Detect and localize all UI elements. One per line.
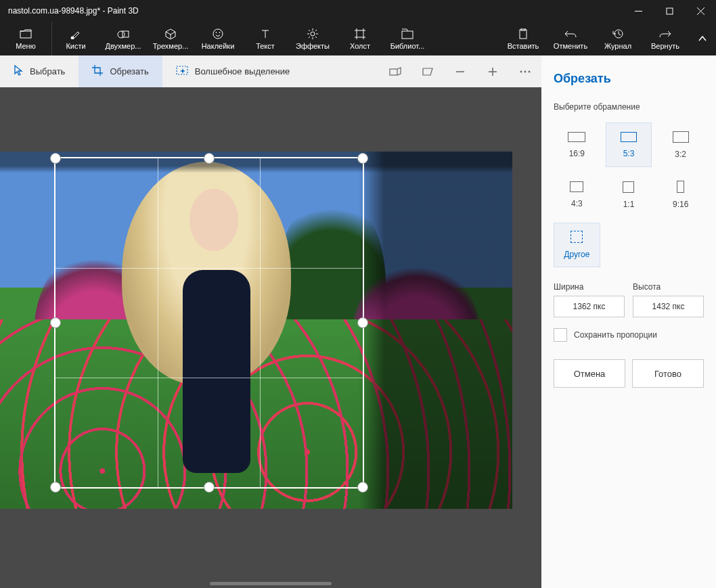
crop-handle-sw[interactable] (50, 482, 61, 493)
preset-16-9[interactable]: 16:9 (554, 122, 600, 167)
text-icon (261, 28, 270, 40)
ribbon-text[interactable]: Текст (242, 22, 289, 55)
svg-point-42 (520, 70, 522, 72)
minimize-button[interactable] (623, 0, 654, 22)
ribbon-history[interactable]: Журнал (594, 22, 642, 55)
maximize-button[interactable] (654, 0, 685, 22)
redo-icon (659, 28, 671, 40)
canvas-area: Выбрать Обрезать Волшебное выделение (0, 55, 541, 588)
ratio-icon (673, 131, 689, 143)
zoom-out-button[interactable] (444, 55, 476, 87)
tool-select[interactable]: Выбрать (0, 55, 79, 87)
ribbon-paste[interactable]: Вставить (499, 22, 547, 55)
crop-handle-w[interactable] (50, 317, 61, 328)
svg-point-8 (213, 29, 223, 39)
svg-line-21 (309, 37, 310, 38)
svg-point-44 (529, 70, 531, 72)
tool-crop[interactable]: Обрезать (79, 55, 162, 87)
history-icon (612, 28, 623, 40)
svg-point-13 (311, 32, 315, 36)
ribbon-undo[interactable]: Отменить (547, 22, 594, 55)
svg-line-18 (309, 30, 310, 31)
width-label: Ширина (554, 282, 583, 292)
ratio-icon (677, 181, 684, 193)
ribbon: Меню Кисти Двухмер... Трехмер... Наклейк… (0, 22, 716, 55)
ribbon-library[interactable]: Библиот... (384, 22, 431, 55)
svg-line-20 (315, 30, 317, 31)
view-3d-button[interactable] (379, 55, 411, 87)
preset-5-3[interactable]: 5:3 (606, 122, 652, 167)
done-button[interactable]: Готово (632, 359, 704, 388)
ratio-icon (568, 132, 585, 142)
lock-aspect-label: Сохранить пропорции (574, 330, 657, 340)
ribbon-canvas[interactable]: Холст (336, 22, 384, 55)
tool-magic-select[interactable]: Волшебное выделение (162, 55, 304, 87)
paste-icon (518, 28, 528, 40)
ribbon-brushes[interactable]: Кисти (52, 22, 99, 55)
width-input[interactable]: 1362 пкс (554, 296, 625, 317)
title-bar: nastol.com.ua-98948.jpg* - Paint 3D (0, 0, 716, 22)
ribbon-redo[interactable]: Вернуть (642, 22, 689, 55)
more-button[interactable] (509, 55, 541, 87)
ribbon-2d[interactable]: Двухмер... (99, 22, 147, 55)
cube-icon (165, 28, 176, 40)
ratio-icon (570, 181, 583, 192)
ratio-icon (623, 181, 634, 193)
brush-icon (70, 28, 81, 40)
side-panel: Обрезать Выберите обрамление 16:9 5:3 3:… (541, 55, 716, 588)
canvas-stage[interactable] (0, 87, 541, 588)
ribbon-3d[interactable]: Трехмер... (147, 22, 194, 55)
svg-rect-31 (402, 31, 413, 39)
svg-line-19 (315, 37, 317, 38)
frame-label: Выберите обрамление (554, 102, 704, 112)
ribbon-stickers[interactable]: Наклейки (194, 22, 242, 55)
crop-handle-se[interactable] (357, 482, 368, 493)
preset-1-1[interactable]: 1:1 (606, 173, 652, 217)
effects-icon (307, 28, 318, 40)
shapes-2d-icon (117, 28, 129, 40)
svg-point-43 (524, 70, 527, 72)
crop-rectangle[interactable] (54, 157, 364, 489)
window-title: nastol.com.ua-98948.jpg* - Paint 3D (0, 6, 623, 16)
svg-point-10 (219, 32, 220, 32)
svg-rect-38 (390, 69, 397, 75)
magic-select-icon (176, 66, 188, 77)
svg-rect-1 (667, 8, 673, 14)
crop-handle-s[interactable] (204, 482, 215, 493)
ribbon-collapse[interactable] (689, 22, 716, 55)
menu-button[interactable]: Меню (0, 22, 52, 55)
preset-9-16[interactable]: 9:16 (657, 173, 704, 217)
svg-point-9 (216, 32, 217, 32)
ratio-icon (621, 132, 637, 142)
ribbon-effects[interactable]: Эффекты (289, 22, 336, 55)
custom-ratio-icon (570, 231, 583, 243)
preset-3-2[interactable]: 3:2 (657, 122, 704, 167)
height-input[interactable]: 1432 пкс (633, 296, 704, 317)
svg-rect-34 (520, 30, 527, 39)
close-button[interactable] (685, 0, 716, 22)
view-mixed-button[interactable] (411, 55, 444, 87)
sticker-icon (212, 28, 223, 40)
svg-rect-22 (357, 30, 363, 37)
preset-4-3[interactable]: 4:3 (554, 173, 600, 217)
cancel-button[interactable]: Отмена (554, 359, 625, 388)
canvas-icon (355, 28, 365, 40)
crop-handle-ne[interactable] (357, 153, 368, 164)
panel-title: Обрезать (554, 72, 704, 86)
aspect-presets: 16:9 5:3 3:2 4:3 1:1 (554, 122, 704, 267)
horizontal-scrollbar[interactable] (210, 582, 332, 585)
crop-handle-e[interactable] (357, 317, 368, 328)
lock-aspect-checkbox[interactable] (554, 328, 567, 342)
height-label: Высота (633, 282, 661, 292)
crop-handle-n[interactable] (204, 153, 215, 164)
svg-rect-4 (20, 31, 31, 38)
cursor-icon (14, 65, 23, 78)
zoom-in-button[interactable] (476, 55, 509, 87)
crop-handle-nw[interactable] (50, 153, 61, 164)
library-icon (401, 28, 413, 40)
svg-point-5 (71, 37, 74, 39)
folder-icon (20, 28, 32, 40)
crop-icon (92, 65, 103, 78)
preset-custom[interactable]: Другое (554, 223, 600, 267)
sub-toolbar: Выбрать Обрезать Волшебное выделение (0, 55, 541, 87)
